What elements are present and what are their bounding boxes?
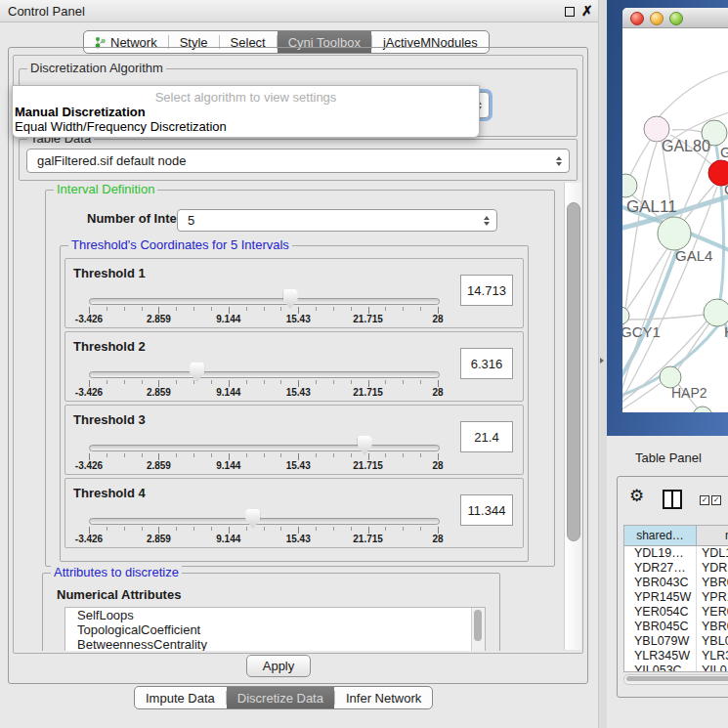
scrollbar-thumb[interactable]: [626, 676, 728, 681]
threshold-2-value[interactable]: 6.316: [460, 348, 513, 379]
cell-name[interactable]: YDL1: [696, 546, 728, 561]
scrollbar-thumb[interactable]: [567, 202, 580, 541]
settings-vertical-scrollbar[interactable]: [564, 183, 581, 650]
node-table: shared… na YDL19…YDL1YDR27…YDR2YBR043CYB…: [623, 525, 728, 672]
algorithm-placeholder: Select algorithm to view settings: [13, 90, 479, 105]
zoom-traffic-light-icon[interactable]: [669, 12, 683, 25]
node-gal4[interactable]: [658, 217, 691, 250]
tick-label: -3.426: [75, 460, 103, 471]
menu-item-equal-width-frequency[interactable]: Equal Width/Frequency Discretization: [15, 119, 227, 134]
cell-shared-name[interactable]: YBR045C: [624, 620, 696, 634]
threshold-2-slider-handle[interactable]: [190, 363, 204, 382]
tick-label: 9.144: [216, 387, 240, 398]
network-edge[interactable]: [629, 139, 651, 177]
table-row[interactable]: YDL19…YDL1: [624, 546, 728, 561]
cell-name[interactable]: YER0: [696, 605, 728, 620]
threshold-3-slider-handle[interactable]: [358, 436, 372, 455]
cell-name[interactable]: YLR3: [696, 649, 728, 664]
column-header-name[interactable]: na: [697, 526, 728, 545]
close-icon[interactable]: ✗: [581, 3, 593, 19]
threshold-4-slider-handle[interactable]: [245, 509, 260, 529]
number-of-intervals-value: 5: [188, 213, 194, 228]
cell-name[interactable]: YBL0: [696, 634, 728, 649]
checkbox-icon[interactable]: ✓: [711, 495, 721, 505]
table-panel-title: Table Panel: [635, 450, 702, 465]
checkbox-icon[interactable]: ✓: [700, 495, 709, 505]
close-traffic-light-icon[interactable]: [630, 12, 644, 25]
node-label: HAP2: [671, 385, 707, 401]
attribute-list-item[interactable]: TopologicalCoefficient: [65, 622, 485, 637]
table-row[interactable]: YBR043CYBR0: [624, 576, 728, 590]
attribute-list-item[interactable]: SelfLoops: [65, 608, 485, 622]
cell-shared-name[interactable]: YDL19…: [624, 546, 696, 561]
numerical-attributes-list[interactable]: SelfLoopsTopologicalCoefficientBetweenne…: [64, 607, 486, 651]
float-window-icon[interactable]: [565, 7, 575, 17]
table-panel: ⚙ ✓ ✓ shared… na YDL19…YDL1YDR27…YDR2YBR…: [617, 476, 728, 698]
cell-name[interactable]: YBR0: [696, 620, 728, 634]
node-gal11[interactable]: [622, 174, 637, 197]
node-gcy1[interactable]: [622, 307, 629, 324]
cell-shared-name[interactable]: YPR145W: [624, 590, 696, 605]
threshold-3-value[interactable]: 21.4: [460, 421, 513, 452]
cell-shared-name[interactable]: YBR043C: [624, 576, 696, 590]
table-row[interactable]: YER054CYER0: [624, 605, 728, 620]
threshold-3-slider-track[interactable]: [89, 445, 440, 451]
tab-infer-network[interactable]: Infer Network: [335, 687, 432, 708]
cell-shared-name[interactable]: YIL053C: [624, 664, 696, 672]
tick-label: 2.859: [147, 314, 171, 324]
node-bottom-cut[interactable]: [693, 407, 712, 412]
split-columns-icon[interactable]: [663, 490, 682, 509]
threshold-1-slider-handle[interactable]: [283, 289, 298, 309]
network-edge[interactable]: [677, 323, 709, 370]
cell-shared-name[interactable]: YDR27…: [624, 561, 696, 576]
tick-label: 15.43: [286, 534, 311, 544]
slider-tick-labels: -3.4262.8599.14415.4321.71528: [89, 387, 438, 399]
cell-name[interactable]: YBR0: [696, 576, 728, 590]
attribute-list-item[interactable]: BetweennessCentrality: [65, 637, 485, 651]
network-edge[interactable]: [628, 315, 705, 320]
tab-discretize-data[interactable]: Discretize Data: [227, 687, 334, 708]
thresholds-group: Threshold's Coordinates for 5 Intervals …: [60, 245, 529, 562]
cell-name[interactable]: YDR2: [696, 561, 728, 576]
table-row[interactable]: YLR345WYLR3: [624, 649, 728, 664]
table-row[interactable]: YPR145WYPR1: [624, 590, 728, 605]
tick-label: -3.426: [75, 534, 103, 544]
tick-label: 9.144: [216, 460, 240, 471]
tick-label: 2.859: [147, 534, 171, 544]
number-of-intervals-combo[interactable]: 5: [177, 209, 497, 232]
table-row[interactable]: YDR27…YDR2: [624, 561, 728, 576]
attributes-scrollbar[interactable]: [471, 608, 485, 651]
threshold-3-box: Threshold 3 -3.4262.8599.14415.4321.7152…: [64, 405, 524, 475]
threshold-1-slider-track[interactable]: [89, 298, 440, 305]
cell-shared-name[interactable]: YBL079W: [624, 634, 696, 649]
resize-grip-icon[interactable]: [600, 358, 604, 364]
gear-icon[interactable]: ⚙: [629, 487, 644, 506]
network-edge[interactable]: [658, 69, 728, 118]
threshold-4-value[interactable]: 11.344: [460, 494, 513, 526]
menu-item-manual-discretization[interactable]: Manual Discretization: [15, 105, 146, 119]
cell-name[interactable]: YPR1: [696, 590, 728, 605]
network-canvas[interactable]: GAL80GACGAL11GAL4GCY1HHAP2: [622, 28, 728, 412]
threshold-2-slider-track[interactable]: [89, 371, 440, 378]
cell-shared-name[interactable]: YLR345W: [624, 649, 696, 664]
cell-name[interactable]: YIL0: [696, 664, 727, 672]
node-h[interactable]: [704, 299, 728, 326]
thresholds-group-title: Threshold's Coordinates for 5 Intervals: [68, 238, 292, 252]
tab-impute-data[interactable]: Impute Data: [135, 687, 226, 708]
minimize-traffic-light-icon[interactable]: [650, 12, 664, 25]
cell-shared-name[interactable]: YER054C: [624, 605, 696, 620]
tick-label: 28: [432, 534, 443, 544]
tick-label: 21.715: [353, 534, 383, 544]
table-row[interactable]: YIL053CYIL0: [624, 664, 728, 672]
threshold-1-value[interactable]: 14.713: [460, 275, 513, 306]
tick-label: 21.715: [353, 460, 383, 471]
table-row[interactable]: YBL079WYBL0: [624, 634, 728, 649]
table-row[interactable]: YBR045CYBR0: [624, 620, 728, 634]
threshold-4-slider-track[interactable]: [89, 518, 440, 525]
apply-button[interactable]: Apply: [246, 655, 311, 677]
attributes-group-title: Attributes to discretize: [51, 566, 182, 579]
column-header-shared[interactable]: shared…: [624, 526, 697, 545]
table-horizontal-scrollbar[interactable]: [623, 674, 728, 685]
table-data-combo[interactable]: galFiltered.sif default node: [26, 149, 570, 173]
control-panel-titlebar: Control Panel ✗: [0, 0, 598, 22]
